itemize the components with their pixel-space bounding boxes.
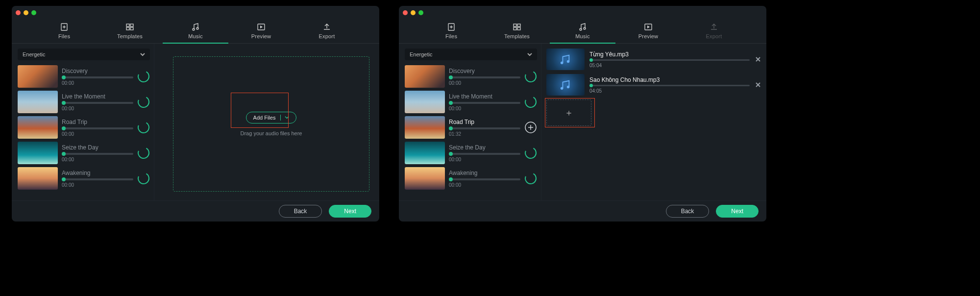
library-track[interactable]: Live the Moment 00:00 <box>18 91 150 113</box>
track-progress[interactable] <box>449 102 520 104</box>
add-files-button[interactable]: Add Files <box>246 112 297 123</box>
library-track[interactable]: Awakening 00:00 <box>405 167 537 190</box>
tab-label: Templates <box>504 33 530 39</box>
play-button[interactable] <box>524 147 537 159</box>
file-progress[interactable] <box>589 85 750 86</box>
audio-file-icon <box>546 49 585 70</box>
plus-icon: ＋ <box>564 107 573 119</box>
track-progress[interactable] <box>62 102 133 104</box>
chevron-down-icon <box>140 52 145 57</box>
tab-templates[interactable]: Templates <box>97 20 163 43</box>
file-duration: 05:04 <box>589 63 750 68</box>
remove-file-button[interactable] <box>755 81 761 88</box>
tab-label: Music <box>188 33 203 39</box>
track-progress[interactable] <box>449 178 520 180</box>
music-library-panel: Energetic Discovery 00:00 Live the Momen… <box>399 44 541 200</box>
tab-export[interactable]: Export <box>294 20 360 43</box>
play-button[interactable] <box>137 70 150 83</box>
library-track[interactable]: Road Trip 01:32 <box>405 116 537 139</box>
play-button[interactable] <box>137 121 150 134</box>
category-select[interactable]: Energetic <box>405 49 537 60</box>
tab-label: Preview <box>251 33 271 39</box>
tab-music[interactable]: Music <box>163 20 228 43</box>
track-time: 00:00 <box>449 106 520 111</box>
track-thumb <box>405 116 445 139</box>
track-progress[interactable] <box>62 178 133 180</box>
traffic-light-maximize[interactable] <box>418 10 423 15</box>
track-time: 01:32 <box>449 131 520 137</box>
music-library-panel: Energetic Discovery 00:00 Live the Momen… <box>12 44 154 200</box>
category-value: Energetic <box>410 51 432 57</box>
track-progress[interactable] <box>449 127 520 129</box>
library-track[interactable]: Live the Moment 00:00 <box>405 91 537 113</box>
music-icon <box>191 23 200 31</box>
next-button[interactable]: Next <box>716 205 759 218</box>
library-track[interactable]: Seize the Day 00:00 <box>405 142 537 164</box>
svg-rect-6 <box>130 27 133 30</box>
track-progress[interactable] <box>62 153 133 155</box>
tab-preview[interactable]: Preview <box>615 20 681 43</box>
svg-point-15 <box>137 172 150 185</box>
track-time: 00:00 <box>62 106 133 111</box>
traffic-light-minimize[interactable] <box>411 10 416 15</box>
library-track[interactable]: Road Trip 00:00 <box>18 116 150 139</box>
back-button[interactable]: Back <box>279 205 322 218</box>
tab-templates[interactable]: Templates <box>484 20 550 43</box>
svg-point-7 <box>193 28 195 30</box>
library-track[interactable]: Seize the Day 00:00 <box>18 142 150 164</box>
tab-export[interactable]: Export <box>681 20 747 43</box>
app-window-1: Files Templates Music Preview Export Ene… <box>12 6 379 222</box>
preview-icon <box>644 23 653 31</box>
remove-file-button[interactable] <box>755 56 761 63</box>
svg-rect-5 <box>126 27 129 30</box>
track-thumb <box>18 116 58 139</box>
tab-files[interactable]: Files <box>31 20 97 43</box>
add-track-button[interactable] <box>524 121 537 134</box>
traffic-light-minimize[interactable] <box>24 10 28 15</box>
traffic-light-close[interactable] <box>403 10 408 15</box>
titlebar <box>399 6 766 20</box>
library-track[interactable]: Discovery 00:00 <box>18 65 150 88</box>
track-thumb <box>18 65 58 88</box>
tab-label: Export <box>706 33 722 39</box>
traffic-light-maximize[interactable] <box>31 10 36 15</box>
added-file-row[interactable]: Sao Không Cho Nhau.mp3 04:05 <box>546 74 761 96</box>
tab-files[interactable]: Files <box>418 20 484 43</box>
track-progress[interactable] <box>449 153 520 155</box>
library-track[interactable]: Discovery 00:00 <box>405 65 537 88</box>
track-title: Seize the Day <box>449 144 520 151</box>
track-time: 00:00 <box>449 182 520 188</box>
svg-rect-3 <box>126 24 129 26</box>
file-progress[interactable] <box>589 59 750 61</box>
next-button[interactable]: Next <box>329 205 371 218</box>
play-button[interactable] <box>524 172 537 185</box>
play-button[interactable] <box>137 96 150 108</box>
back-button[interactable]: Back <box>666 205 710 218</box>
track-progress[interactable] <box>449 76 520 78</box>
play-button[interactable] <box>524 96 537 108</box>
play-button[interactable] <box>524 70 537 83</box>
play-button[interactable] <box>137 172 150 185</box>
traffic-light-close[interactable] <box>16 10 21 15</box>
tab-music[interactable]: Music <box>550 20 615 43</box>
track-progress[interactable] <box>62 76 133 78</box>
track-time: 00:00 <box>62 80 133 86</box>
added-file-row[interactable]: Từng Yêu.mp3 05:04 <box>546 49 761 70</box>
svg-rect-19 <box>514 24 516 26</box>
svg-marker-26 <box>647 25 650 28</box>
play-button[interactable] <box>137 147 150 159</box>
track-thumb <box>18 142 58 164</box>
footer: Back Next <box>12 200 379 222</box>
track-thumb <box>405 65 445 88</box>
category-select[interactable]: Energetic <box>18 49 150 60</box>
svg-rect-21 <box>514 27 516 30</box>
audio-dropzone[interactable]: Add Files Drag your audio files here <box>173 56 369 192</box>
add-file-slot[interactable]: ＋ <box>546 99 591 126</box>
track-progress[interactable] <box>62 127 133 129</box>
add-files-label: Add Files <box>253 115 276 121</box>
footer: Back Next <box>399 200 766 222</box>
music-icon <box>578 23 587 31</box>
svg-point-24 <box>584 27 586 29</box>
library-track[interactable]: Awakening 00:00 <box>18 167 150 190</box>
tab-preview[interactable]: Preview <box>228 20 294 43</box>
